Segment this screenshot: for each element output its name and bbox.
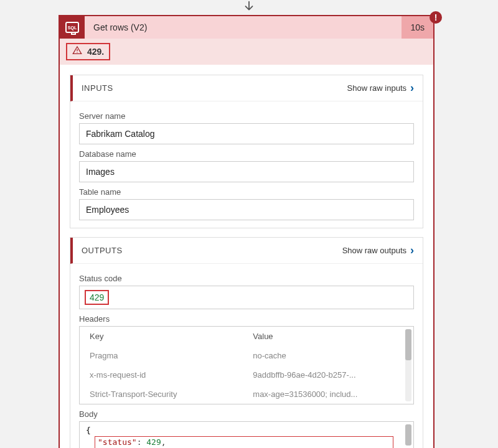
table-row: Strict-Transport-Security max-age=315360… bbox=[80, 385, 413, 404]
inputs-panel: INPUTS Show raw inputs › Server name Fab… bbox=[70, 75, 423, 228]
status-code-value: 429 bbox=[79, 286, 414, 309]
database-name-value[interactable]: Images bbox=[79, 161, 414, 182]
table-row: Pragma no-cache bbox=[80, 346, 413, 365]
card-header[interactable]: SQL Get rows (V2) 10s bbox=[60, 16, 433, 39]
show-raw-outputs-link[interactable]: Show raw outputs › bbox=[342, 244, 414, 257]
outputs-title: OUTPUTS bbox=[82, 246, 123, 255]
status-code-label: Status code bbox=[79, 274, 414, 283]
error-code-text: 429. bbox=[87, 47, 104, 57]
duration-badge: 10s bbox=[402, 16, 433, 39]
field-label: Database name bbox=[79, 149, 414, 159]
headers-scrollbar[interactable] bbox=[405, 329, 411, 401]
headers-table: Key Value Pragma no-cache x-ms-request-i… bbox=[79, 326, 414, 404]
sql-connector-icon: SQL bbox=[60, 16, 85, 39]
card-title: Get rows (V2) bbox=[85, 16, 402, 39]
inputs-panel-header: INPUTS Show raw inputs › bbox=[70, 75, 423, 101]
table-row: x-ms-request-id 9addbffb-96ae-4d20-b257-… bbox=[80, 365, 413, 385]
error-strip: 429. bbox=[60, 39, 433, 65]
error-badge-icon: ! bbox=[430, 11, 442, 24]
flow-arrow-icon bbox=[242, 0, 256, 16]
warning-icon bbox=[72, 45, 82, 58]
body-json[interactable]: { "status": 429, "message": "Rate limit … bbox=[79, 421, 414, 448]
body-label: Body bbox=[79, 409, 414, 419]
body-scrollbar[interactable] bbox=[405, 424, 411, 446]
action-card: SQL Get rows (V2) 10s 429. INPUTS Show r bbox=[59, 15, 435, 448]
chevron-right-icon: › bbox=[410, 244, 414, 257]
svg-point-1 bbox=[77, 52, 77, 53]
outputs-panel-header: OUTPUTS Show raw outputs › bbox=[70, 238, 423, 264]
field-label: Server name bbox=[79, 111, 414, 121]
chevron-right-icon: › bbox=[410, 82, 414, 95]
inputs-title: INPUTS bbox=[82, 83, 113, 93]
status-code-highlight: 429 bbox=[85, 290, 109, 305]
error-code-box: 429. bbox=[66, 43, 110, 60]
table-name-value[interactable]: Employees bbox=[79, 199, 414, 220]
outputs-panel: OUTPUTS Show raw outputs › Status code 4… bbox=[70, 237, 423, 448]
headers-table-header: Key Value bbox=[80, 327, 413, 346]
show-raw-inputs-link[interactable]: Show raw inputs › bbox=[347, 82, 414, 95]
field-label: Table name bbox=[79, 187, 414, 197]
headers-label: Headers bbox=[79, 314, 414, 324]
server-name-value[interactable]: Fabrikam Catalog bbox=[79, 123, 414, 144]
